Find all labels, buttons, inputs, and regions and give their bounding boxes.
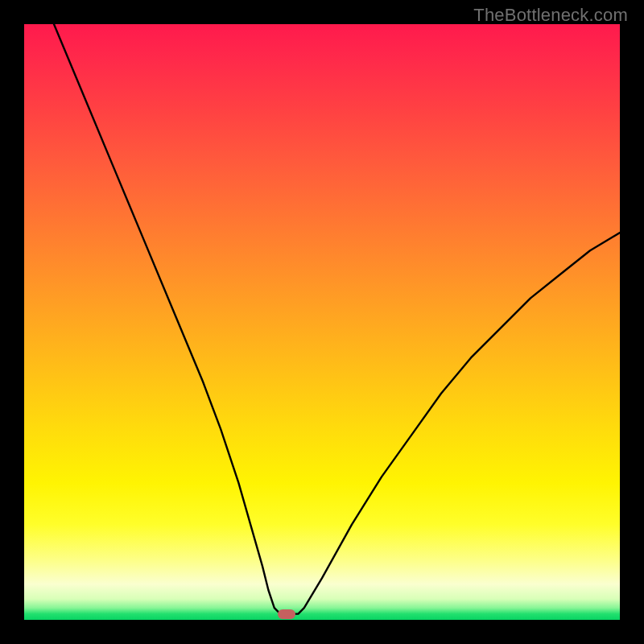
watermark-text: TheBottleneck.com xyxy=(473,5,628,26)
optimum-marker xyxy=(278,609,295,619)
chart-area xyxy=(24,24,620,620)
curve-path xyxy=(54,24,620,614)
bottleneck-curve xyxy=(24,24,620,620)
